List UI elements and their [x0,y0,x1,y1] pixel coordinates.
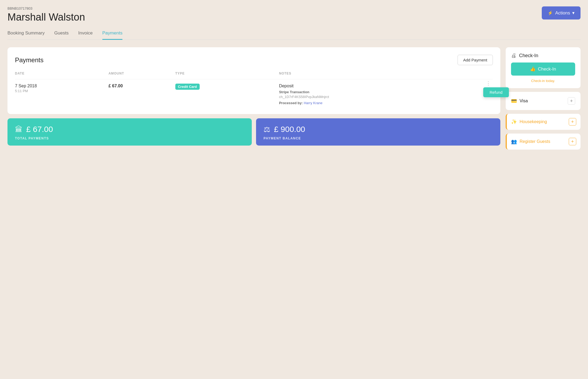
register-guests-label: Register Guests [520,139,550,144]
col-date: DATE [15,72,109,79]
notes-stripe-label: Stripe Transaction [279,90,493,94]
bolt-icon: ⚡ [548,10,553,15]
scales-icon: ⚖ [264,125,270,134]
notes-processed: Processed by: Harry Krane [279,101,493,105]
total-payments-card: 🏛 £ 67.00 TOTAL PAYMENTS [7,118,252,146]
add-payment-button[interactable]: Add Payment [458,55,493,65]
housekeeping-add-button[interactable]: + [569,118,576,126]
visa-card: 💳 Visa + [506,92,581,110]
register-guests-add-button[interactable]: + [569,138,576,145]
actions-button[interactable]: ⚡ Actions ▾ [542,6,581,19]
bank-icon: 🏛 [15,125,22,134]
payment-amount-cell: £ 67.00 [109,79,175,107]
checkin-today-highlight: today [546,79,554,83]
tab-booking-summary[interactable]: Booking Summary [7,30,45,40]
table-row: 7 Sep 2018 5:11 PM £ 67.00 Credit Card D… [15,79,493,107]
checkin-button[interactable]: 👍 Check-In [511,62,575,76]
payment-amount: £ 67.00 [109,84,175,88]
chevron-down-icon: ▾ [572,10,575,16]
payments-card-header: Payments Add Payment [15,55,493,65]
visa-card-icon: 💳 [511,98,517,104]
refund-dropdown[interactable]: Refund [483,87,509,97]
payment-balance-amount: £ 900.00 [274,125,305,134]
total-payments-label: TOTAL PAYMENTS [15,136,244,140]
tab-guests[interactable]: Guests [54,30,69,40]
housekeeping-label: Housekeeping [520,119,547,124]
header-left: BBNB10717803 Marshall Walston [7,6,85,23]
tab-invoice[interactable]: Invoice [78,30,93,40]
right-column: 🖨 Check-In 👍 Check-In Check-in today. 💳 … [506,47,581,150]
col-type: TYPE [175,72,279,79]
col-notes: NOTES [279,72,493,79]
col-amount: AMOUNT [109,72,175,79]
payment-date-cell: 7 Sep 2018 5:11 PM [15,79,109,107]
left-column: Payments Add Payment DATE AMOUNT TYPE NO… [7,47,500,146]
payment-type-badge: Credit Card [175,84,200,90]
notes-title: Deposit [279,84,493,88]
total-payments-amount: £ 67.00 [26,125,53,134]
row-menu-button[interactable]: ⋮ [484,79,493,87]
summary-cards: 🏛 £ 67.00 TOTAL PAYMENTS ⚖ £ 900.00 PAYM… [7,118,500,146]
payment-time: 5:11 PM [15,89,109,93]
checkin-card: 🖨 Check-In 👍 Check-In Check-in today. [506,47,581,88]
payments-card-title: Payments [15,56,44,64]
register-guests-card: 👥 Register Guests + [506,134,581,150]
main-layout: Payments Add Payment DATE AMOUNT TYPE NO… [7,47,581,150]
register-guests-icon: 👥 [511,139,517,144]
payment-date: 7 Sep 2018 [15,84,109,88]
actions-label: Actions [555,10,570,16]
payment-type-cell: Credit Card [175,79,279,107]
housekeeping-icon: ✨ [511,119,517,125]
housekeeping-card: ✨ Housekeeping + [506,114,581,130]
payment-balance-label: PAYMENT BALANCE [264,136,493,140]
visa-add-button[interactable]: + [568,97,575,105]
guest-name: Marshall Walston [7,11,85,23]
checkin-stamp-icon: 🖨 [511,53,516,59]
processed-by-link[interactable]: Harry Krane [304,101,322,105]
payment-notes-cell: Deposit Stripe Transaction ch_1D7rF4KS58… [279,79,493,107]
booking-id: BBNB10717803 [7,6,85,10]
visa-label: Visa [520,99,528,103]
payments-card: Payments Add Payment DATE AMOUNT TYPE NO… [7,47,500,114]
notes-txn: ch_1D7rF4KS58IPvpJkaNMnjrct [279,95,338,99]
page-header: BBNB10717803 Marshall Walston ⚡ Actions … [7,6,581,23]
checkin-today-text: Check-in today. [511,79,575,83]
checkin-card-title: Check-In [519,53,538,58]
payment-balance-card: ⚖ £ 900.00 PAYMENT BALANCE [256,118,500,146]
tab-bar: Booking Summary Guests Invoice Payments [7,30,581,40]
tab-payments[interactable]: Payments [102,30,123,40]
thumbsup-icon: 👍 [530,66,536,72]
payments-table: DATE AMOUNT TYPE NOTES 7 Sep 2018 5:11 P… [15,72,493,107]
